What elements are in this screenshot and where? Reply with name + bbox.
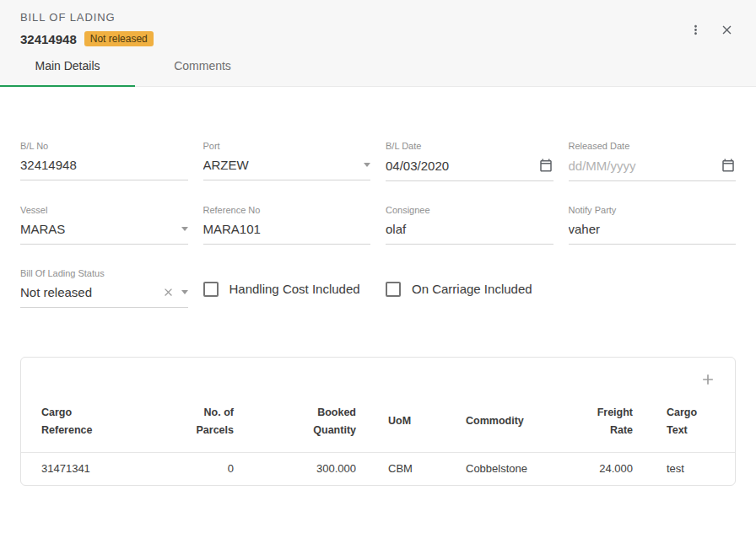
col-label: No. of Parcels <box>197 404 234 439</box>
calendar-icon[interactable] <box>721 158 736 173</box>
tab-comments[interactable]: Comments <box>135 46 270 87</box>
field-consignee: Consignee olaf <box>386 205 554 245</box>
bl-status-label: Bill Of Lading Status <box>20 268 188 278</box>
consignee-value: olaf <box>386 222 554 236</box>
handling-cost-checkbox[interactable]: Handling Cost Included <box>203 282 371 297</box>
port-value: ARZEW <box>203 158 358 172</box>
col-label: Freight Rate <box>597 404 633 439</box>
table-row[interactable]: 31471341 0 300.000 CBM Cobbelstone 24.00… <box>21 453 735 486</box>
bl-no-label: B/L No <box>20 141 188 151</box>
tab-main-details-label: Main Details <box>35 59 100 73</box>
cell-uom: CBM <box>356 453 466 486</box>
vessel-label: Vessel <box>20 205 188 215</box>
vessel-value: MARAS <box>20 222 175 236</box>
header-subtitle: 32414948 Not released <box>20 31 154 46</box>
reference-no-input[interactable]: MARA101 <box>203 222 371 245</box>
vessel-select[interactable]: MARAS <box>20 222 188 245</box>
col-label: Cargo Text <box>667 404 697 439</box>
cargo-table-header-row: Cargo Reference No. of Parcels Booked Qu… <box>21 394 735 453</box>
port-label: Port <box>203 141 371 151</box>
on-carriage-checkbox[interactable]: On Carriage Included <box>386 282 554 297</box>
col-cargo-text: Cargo Text <box>633 394 735 453</box>
header-actions <box>685 11 737 40</box>
dialog-header: BILL OF LADING 32414948 Not released <box>0 0 756 46</box>
on-carriage-label: On Carriage Included <box>412 282 532 296</box>
notify-party-input[interactable]: vaher <box>569 222 737 245</box>
notify-party-label: Notify Party <box>569 205 737 215</box>
col-label: Cargo Reference <box>41 404 92 439</box>
calendar-icon[interactable] <box>538 158 554 173</box>
field-reference-no: Reference No MARA101 <box>203 205 371 245</box>
bl-status-value: Not released <box>20 285 155 299</box>
cell-no-of-parcels: 0 <box>181 453 234 486</box>
bl-no-input[interactable]: 32414948 <box>20 158 188 180</box>
notify-party-value: vaher <box>569 222 737 236</box>
field-port: Port ARZEW <box>203 141 371 181</box>
bill-of-lading-dialog: BILL OF LADING 32414948 Not released Mai… <box>0 0 756 533</box>
cell-booked-quantity: 300.000 <box>234 453 356 486</box>
released-date-label: Released Date <box>569 141 737 151</box>
header-left: BILL OF LADING 32414948 Not released <box>20 11 154 46</box>
tab-main-details[interactable]: Main Details <box>0 46 135 87</box>
consignee-input[interactable]: olaf <box>386 222 554 245</box>
field-released-date: Released Date dd/MM/yyyy <box>569 141 737 181</box>
reference-no-value: MARA101 <box>203 222 371 236</box>
clear-icon[interactable] <box>162 286 175 299</box>
status-badge: Not released <box>84 31 154 46</box>
tab-comments-label: Comments <box>174 59 231 73</box>
bl-number: 32414948 <box>20 32 77 46</box>
chevron-down-icon <box>181 290 188 294</box>
cell-commodity: Cobbelstone <box>466 453 567 486</box>
port-select[interactable]: ARZEW <box>203 158 371 180</box>
cargo-toolbar <box>21 358 735 392</box>
reference-no-label: Reference No <box>203 205 371 215</box>
page-title: BILL OF LADING <box>20 11 154 24</box>
tab-bar: Main Details Comments <box>0 46 756 87</box>
bl-status-select[interactable]: Not released <box>20 285 188 308</box>
cell-freight-rate: 24.000 <box>567 453 633 486</box>
kebab-menu-icon[interactable] <box>685 19 706 40</box>
col-label: Booked Quantity <box>313 404 356 439</box>
form-row-2: Vessel MARAS Reference No MARA101 Consig… <box>20 205 736 245</box>
col-no-of-parcels: No. of Parcels <box>181 394 234 453</box>
cell-cargo-reference: 31471341 <box>21 453 181 486</box>
add-cargo-icon[interactable] <box>698 369 718 392</box>
main-details-form: B/L No 32414948 Port ARZEW B/L Date 04/0… <box>0 141 756 308</box>
form-row-3: Bill Of Lading Status Not released Handl… <box>20 268 736 308</box>
field-bl-status: Bill Of Lading Status Not released <box>20 268 188 308</box>
checkbox-box <box>203 282 219 297</box>
cell-cargo-text: test <box>633 453 735 486</box>
checkbox-box <box>386 282 401 297</box>
field-vessel: Vessel MARAS <box>20 205 188 245</box>
close-icon[interactable] <box>716 19 737 40</box>
col-cargo-reference: Cargo Reference <box>21 394 181 453</box>
col-label: UoM <box>388 412 411 430</box>
chevron-down-icon <box>181 227 188 231</box>
form-row-1: B/L No 32414948 Port ARZEW B/L Date 04/0… <box>20 141 736 181</box>
released-date-input[interactable]: dd/MM/yyyy <box>569 158 737 181</box>
col-freight-rate: Freight Rate <box>567 394 633 453</box>
field-bl-no: B/L No 32414948 <box>20 141 188 181</box>
bl-no-value: 32414948 <box>20 158 188 172</box>
handling-cost-label: Handling Cost Included <box>230 282 360 296</box>
consignee-label: Consignee <box>386 205 554 215</box>
released-date-placeholder: dd/MM/yyyy <box>569 159 715 173</box>
col-booked-quantity: Booked Quantity <box>234 394 356 453</box>
bl-date-input[interactable]: 04/03/2020 <box>386 158 554 181</box>
chevron-down-icon <box>364 163 370 167</box>
field-bl-date: B/L Date 04/03/2020 <box>386 141 554 181</box>
bl-date-label: B/L Date <box>386 141 554 151</box>
cargo-card: Cargo Reference No. of Parcels Booked Qu… <box>20 357 736 486</box>
cargo-table: Cargo Reference No. of Parcels Booked Qu… <box>21 394 735 485</box>
bl-date-value: 04/03/2020 <box>386 159 532 173</box>
col-commodity: Commodity <box>466 394 567 453</box>
col-label: Commodity <box>466 412 524 430</box>
field-notify-party: Notify Party vaher <box>569 205 737 245</box>
col-uom: UoM <box>356 394 466 453</box>
